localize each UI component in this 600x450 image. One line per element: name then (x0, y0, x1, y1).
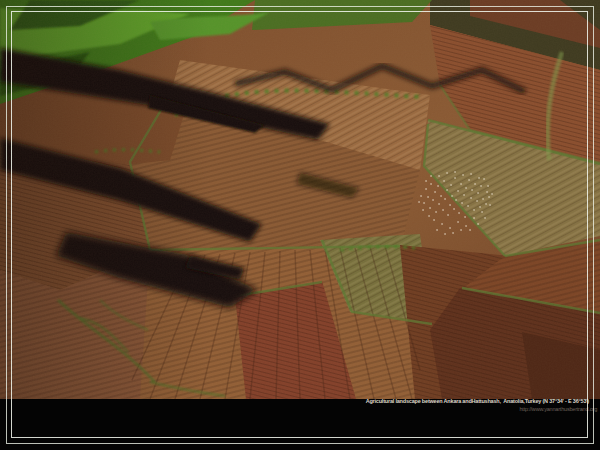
caption: Agricultural landscape between Ankara an… (366, 398, 589, 412)
caption-url: http://www.yannarthusbertrand.org (366, 406, 597, 413)
aerial-photo (0, 0, 600, 399)
wallpaper-root: Agricultural landscape between Ankara an… (0, 0, 600, 450)
caption-title: Agricultural landscape between Ankara an… (366, 398, 589, 405)
film-grain (0, 0, 600, 399)
